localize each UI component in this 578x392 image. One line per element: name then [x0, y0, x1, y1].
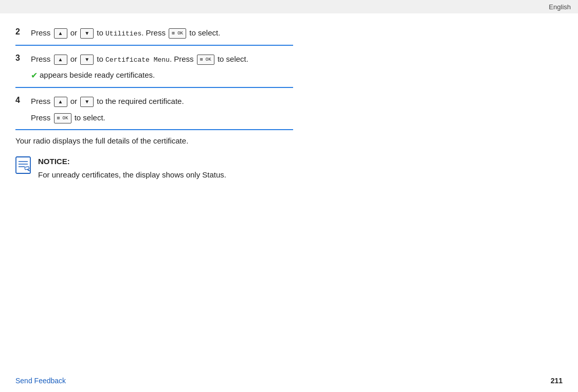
down-arrow-button-3	[80, 55, 94, 65]
step-2-number: 2	[15, 27, 31, 37]
step-3-number: 3	[15, 54, 31, 63]
step-4: 4 Press or to the required certificate. …	[15, 88, 293, 130]
language-label: English	[549, 3, 571, 11]
notice-block: NOTICE: For unready certificates, the di…	[15, 152, 293, 184]
footer: Send Feedback 211	[0, 377, 578, 385]
radio-display-text: Your radio displays the full details of …	[15, 136, 293, 145]
top-bar: English	[0, 0, 578, 13]
send-feedback-link[interactable]: Send Feedback	[15, 377, 66, 385]
down-arrow-button	[80, 28, 94, 39]
svg-rect-4	[25, 167, 29, 170]
notice-text-block: NOTICE: For unready certificates, the di…	[38, 155, 226, 181]
notice-icon	[15, 156, 31, 174]
up-arrow-button-3	[54, 55, 67, 65]
step-3-menu: Certificate Menu	[105, 56, 170, 64]
page-number: 211	[551, 377, 563, 385]
checkmark-line: ✔ appears beside ready certificates.	[31, 69, 293, 82]
step-2: 2 Press or to Utilities. Press ⊞ OK to s…	[15, 20, 293, 46]
checkmark-icon: ✔	[31, 69, 38, 82]
down-arrow-button-4	[80, 97, 94, 107]
step-2-menu: Utilities	[105, 30, 141, 38]
main-content: 2 Press or to Utilities. Press ⊞ OK to s…	[0, 13, 309, 184]
step-3-content: Press or to Certificate Menu. Press ⊞ OK…	[31, 53, 293, 82]
step-2-content: Press or to Utilities. Press ⊞ OK to sel…	[31, 27, 293, 40]
step-3: 3 Press or to Certificate Menu. Press ⊞ …	[15, 46, 293, 88]
ok-button-4: ⊞ OK	[54, 113, 71, 123]
step-4-number: 4	[15, 96, 31, 105]
notice-body: For unready certificates, the display sh…	[38, 169, 226, 181]
step-4-content: Press or to the required certificate. Pr…	[31, 95, 293, 124]
up-arrow-button-4	[54, 97, 67, 107]
step-4-line2: Press ⊞ OK to select.	[31, 112, 293, 124]
svg-rect-0	[16, 157, 30, 173]
up-arrow-button	[54, 28, 67, 39]
step-2-or1: or	[70, 28, 80, 37]
step-4-or1: or	[70, 97, 80, 105]
notice-title: NOTICE:	[38, 155, 226, 167]
ok-button-3: ⊞ OK	[197, 55, 214, 65]
checkmark-text: appears beside ready certificates.	[40, 69, 155, 81]
step-3-or1: or	[70, 55, 80, 63]
ok-button: ⊞ OK	[169, 28, 186, 39]
